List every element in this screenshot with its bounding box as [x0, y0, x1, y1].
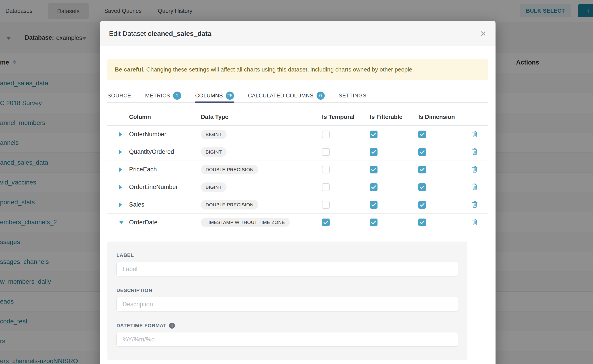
- tab-calculated-columns[interactable]: CALCULATED COLUMNS0: [248, 89, 325, 102]
- modal-title: Edit Dataset cleaned_sales_data: [109, 30, 211, 38]
- close-icon[interactable]: ✕: [480, 30, 487, 38]
- is-dimension-checkbox[interactable]: [418, 166, 426, 173]
- column-name: Sales: [129, 201, 201, 208]
- trash-icon[interactable]: [471, 218, 478, 227]
- data-type-badge: DOUBLE PRECISION: [201, 200, 258, 209]
- column-row-sales: SalesDOUBLE PRECISION: [107, 196, 488, 214]
- column-name: OrderLineNumber: [129, 184, 201, 191]
- column-row-orderdate: OrderDateTIMESTAMP WITHOUT TIME ZONE: [107, 214, 488, 231]
- warning-bold-text: Be careful.: [115, 66, 145, 73]
- tab-count-badge: 0: [316, 91, 325, 100]
- column-row-ordernumber: OrderNumberBIGINT: [107, 126, 488, 143]
- datasets-page: DatabasesDatasetsSaved QueriesQuery Hist…: [0, 0, 593, 364]
- label-field-label: LABEL: [116, 252, 134, 258]
- expand-row-icon[interactable]: [119, 150, 122, 154]
- tab-settings[interactable]: SETTINGS: [339, 89, 366, 102]
- is-temporal-checkbox[interactable]: [322, 148, 330, 156]
- datetime-format-field-label: DATETIME FORMAT: [116, 323, 166, 329]
- tab-count-badge: 1: [173, 91, 181, 100]
- is-dimension-checkbox[interactable]: [418, 148, 426, 156]
- column-row-priceeach: PriceEachDOUBLE PRECISION: [107, 161, 488, 178]
- data-type-badge: BIGINT: [201, 130, 227, 139]
- is-dimension-checkbox[interactable]: [418, 201, 426, 209]
- is-dimension-checkbox[interactable]: [418, 183, 426, 191]
- is-filterable-header: Is Filterable: [370, 113, 418, 120]
- label-input[interactable]: [116, 262, 458, 276]
- tab-label: SETTINGS: [339, 92, 366, 99]
- column-row-orderlinenumber: OrderLineNumberBIGINT: [107, 178, 488, 196]
- is-dimension-header: Is Dimension: [418, 113, 461, 120]
- modal-tabs: SOURCEMETRICS1COLUMNS25CALCULATED COLUMN…: [107, 89, 488, 103]
- warning-text: Changing these settings will affect all …: [145, 66, 414, 73]
- column-name: QuantityOrdered: [129, 148, 201, 155]
- is-temporal-checkbox[interactable]: [322, 166, 330, 173]
- data-type-badge: BIGINT: [201, 147, 227, 157]
- data-type-badge: BIGINT: [201, 182, 227, 192]
- edit-dataset-modal: Edit Dataset cleaned_sales_data ✕ Be car…: [100, 21, 495, 364]
- is-filterable-checkbox[interactable]: [370, 219, 377, 226]
- tab-label: CALCULATED COLUMNS: [248, 92, 314, 99]
- trash-icon[interactable]: [471, 201, 478, 209]
- expand-row-icon[interactable]: [119, 167, 122, 172]
- is-temporal-checkbox[interactable]: [322, 201, 330, 209]
- modal-header: Edit Dataset cleaned_sales_data ✕: [100, 21, 495, 46]
- expand-row-icon[interactable]: [119, 185, 122, 189]
- tab-label: COLUMNS: [195, 92, 223, 99]
- column-name: OrderDate: [129, 219, 201, 226]
- columns-table-header: Column Data Type Is Temporal Is Filterab…: [107, 103, 488, 126]
- description-field-label: DESCRIPTION: [116, 287, 152, 293]
- expand-row-icon[interactable]: [119, 132, 122, 137]
- is-temporal-checkbox[interactable]: [322, 183, 330, 191]
- is-dimension-checkbox[interactable]: [418, 130, 426, 138]
- tab-source[interactable]: SOURCE: [107, 89, 131, 102]
- is-filterable-checkbox[interactable]: [370, 201, 377, 209]
- modal-title-dataset-name: cleaned_sales_data: [148, 30, 211, 37]
- modal-body: Be careful. Changing these settings will…: [100, 46, 495, 360]
- data-type-badge: TIMESTAMP WITHOUT TIME ZONE: [201, 218, 290, 227]
- column-row-quantityordered: QuantityOrderedBIGINT: [107, 143, 488, 161]
- is-temporal-checkbox[interactable]: [322, 219, 330, 226]
- data-type-header: Data Type: [201, 113, 322, 120]
- column-editor-panel: LABEL DESCRIPTION DATETIME FORMAT i: [107, 241, 467, 360]
- is-filterable-checkbox[interactable]: [370, 148, 377, 156]
- tab-metrics[interactable]: METRICS1: [145, 89, 181, 102]
- tab-label: SOURCE: [107, 92, 131, 99]
- description-input[interactable]: [116, 297, 458, 312]
- is-filterable-checkbox[interactable]: [370, 130, 377, 138]
- datetime-format-input[interactable]: [116, 332, 458, 347]
- is-temporal-header: Is Temporal: [322, 113, 370, 120]
- tab-columns[interactable]: COLUMNS25: [195, 89, 234, 102]
- trash-icon[interactable]: [471, 148, 478, 156]
- modal-title-prefix: Edit Dataset: [109, 30, 146, 37]
- tab-count-badge: 25: [226, 91, 234, 100]
- columns-table-rows: OrderNumberBIGINTQuantityOrderedBIGINTPr…: [107, 126, 488, 231]
- column-name: OrderNumber: [129, 131, 201, 138]
- trash-icon[interactable]: [471, 130, 478, 138]
- collapse-row-icon[interactable]: [119, 221, 124, 224]
- info-icon[interactable]: i: [169, 323, 175, 329]
- warning-banner: Be careful. Changing these settings will…: [107, 59, 488, 80]
- trash-icon[interactable]: [471, 166, 478, 174]
- data-type-badge: DOUBLE PRECISION: [201, 165, 258, 174]
- column-name: PriceEach: [129, 166, 201, 173]
- is-filterable-checkbox[interactable]: [370, 183, 377, 191]
- column-header: Column: [129, 113, 201, 120]
- tab-label: METRICS: [145, 92, 170, 99]
- expand-row-icon[interactable]: [119, 202, 122, 207]
- columns-table: Column Data Type Is Temporal Is Filterab…: [107, 103, 488, 231]
- is-dimension-checkbox[interactable]: [418, 219, 426, 226]
- is-filterable-checkbox[interactable]: [370, 166, 377, 173]
- is-temporal-checkbox[interactable]: [322, 130, 330, 138]
- trash-icon[interactable]: [471, 183, 478, 191]
